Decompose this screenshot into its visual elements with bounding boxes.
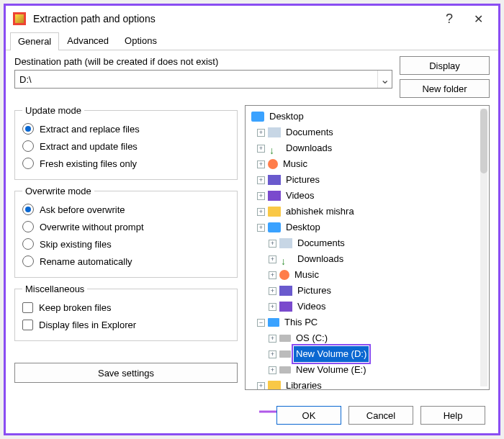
tree-item[interactable]: Downloads xyxy=(295,251,346,267)
tree-item[interactable]: Pictures xyxy=(284,172,322,188)
radio-extract-update[interactable] xyxy=(22,140,34,152)
save-settings-button[interactable]: Save settings xyxy=(14,363,238,383)
downloads-icon xyxy=(268,143,281,153)
videos-icon xyxy=(268,191,281,201)
tree-item[interactable]: Music xyxy=(281,156,310,172)
cancel-button[interactable]: Cancel xyxy=(348,406,413,425)
tree-item[interactable]: Pictures xyxy=(295,283,333,299)
libraries-icon xyxy=(268,381,281,389)
new-folder-button[interactable]: New folder xyxy=(400,79,490,98)
drive-icon xyxy=(279,366,291,374)
destination-combo[interactable]: ⌄ xyxy=(14,70,392,89)
downloads-icon xyxy=(279,254,292,264)
radio-fresh-only-label: Fresh existing files only xyxy=(40,158,137,169)
radio-fresh-only[interactable] xyxy=(22,158,34,169)
music-icon xyxy=(268,159,278,169)
expand-icon[interactable]: + xyxy=(269,350,276,358)
radio-extract-replace-label: Extract and replace files xyxy=(40,124,140,135)
radio-overwrite-noprompt-label: Overwrite without prompt xyxy=(40,222,144,232)
tree-item[interactable]: OS (C:) xyxy=(294,330,330,346)
folder-icon xyxy=(268,207,281,217)
help-button[interactable]: Help xyxy=(420,406,485,425)
overwrite-mode-legend: Overwrite mode xyxy=(22,186,94,196)
expand-icon[interactable]: + xyxy=(257,160,265,168)
expand-icon[interactable]: + xyxy=(269,255,276,263)
expand-icon[interactable]: + xyxy=(269,335,276,343)
display-button[interactable]: Display xyxy=(400,56,490,75)
expand-icon[interactable]: + xyxy=(257,129,265,137)
expand-icon[interactable]: + xyxy=(269,271,276,279)
destination-input[interactable] xyxy=(15,71,377,88)
documents-icon xyxy=(279,238,292,248)
misc-legend: Miscellaneous xyxy=(22,284,87,294)
tree-item[interactable]: abhishek mishra xyxy=(284,204,356,220)
tree-item[interactable]: Videos xyxy=(295,299,328,314)
desktop-icon xyxy=(268,222,281,232)
tree-item[interactable]: Documents xyxy=(295,235,347,251)
expand-icon[interactable]: + xyxy=(269,303,276,311)
update-mode-legend: Update mode xyxy=(22,105,84,116)
drive-icon xyxy=(279,350,291,358)
tree-item[interactable]: Desktop xyxy=(267,109,306,125)
app-icon xyxy=(13,12,26,25)
expand-icon[interactable]: + xyxy=(257,176,265,184)
drive-icon xyxy=(279,335,291,342)
radio-ask-overwrite[interactable] xyxy=(22,204,34,215)
tab-advanced[interactable]: Advanced xyxy=(59,32,117,50)
expand-icon[interactable]: + xyxy=(257,224,265,232)
tree-item[interactable]: Libraries xyxy=(284,378,324,389)
destination-label: Destination path (will be created if doe… xyxy=(14,56,392,67)
music-icon xyxy=(279,270,289,280)
tree-item[interactable]: Downloads xyxy=(284,140,334,156)
dialog-title: Extraction path and options xyxy=(33,13,435,24)
tree-item[interactable]: Documents xyxy=(284,125,336,140)
expand-icon[interactable]: + xyxy=(269,287,276,295)
tab-general[interactable]: General xyxy=(10,32,59,50)
radio-rename-auto-label: Rename automatically xyxy=(40,256,132,267)
videos-icon xyxy=(279,302,292,312)
radio-ask-overwrite-label: Ask before overwrite xyxy=(40,204,125,215)
expand-icon[interactable]: + xyxy=(269,240,276,248)
tab-options[interactable]: Options xyxy=(117,32,165,50)
chevron-down-icon[interactable]: ⌄ xyxy=(377,71,392,88)
tree-item[interactable]: Music xyxy=(292,267,321,283)
check-display-explorer-label: Display files in Explorer xyxy=(39,320,136,330)
expand-icon[interactable]: + xyxy=(257,145,265,153)
expand-icon[interactable]: + xyxy=(257,382,265,390)
radio-overwrite-noprompt[interactable] xyxy=(22,221,34,232)
tree-item[interactable]: This PC xyxy=(282,314,320,330)
radio-extract-replace[interactable] xyxy=(22,123,34,135)
folder-tree[interactable]: Desktop +Documents +Downloads +Music +Pi… xyxy=(245,105,490,390)
ok-button[interactable]: OK xyxy=(276,406,341,425)
scrollbar-thumb[interactable] xyxy=(480,109,487,173)
pictures-icon xyxy=(279,286,292,296)
documents-icon xyxy=(268,127,281,137)
pc-icon xyxy=(268,318,279,327)
help-icon[interactable]: ? xyxy=(435,12,464,27)
tree-item[interactable]: Desktop xyxy=(284,220,323,235)
pictures-icon xyxy=(268,175,281,185)
expand-icon[interactable]: + xyxy=(257,192,265,200)
tree-item[interactable]: New Volume (E:) xyxy=(294,362,369,378)
radio-skip-existing[interactable] xyxy=(22,238,34,250)
expand-icon[interactable]: + xyxy=(257,208,265,216)
tree-item-selected[interactable]: New Volume (D:) xyxy=(294,346,369,362)
check-keep-broken-label: Keep broken files xyxy=(39,302,111,313)
scrollbar[interactable] xyxy=(480,109,487,386)
desktop-icon xyxy=(251,112,264,122)
check-display-explorer[interactable] xyxy=(22,320,33,330)
collapse-icon[interactable]: − xyxy=(257,319,265,327)
expand-icon[interactable]: + xyxy=(269,366,276,374)
radio-extract-update-label: Extract and update files xyxy=(40,141,138,152)
close-icon[interactable]: ✕ xyxy=(464,12,492,26)
check-keep-broken[interactable] xyxy=(22,302,33,313)
tree-item[interactable]: Videos xyxy=(284,188,317,204)
radio-rename-auto[interactable] xyxy=(22,255,34,267)
radio-skip-existing-label: Skip existing files xyxy=(40,239,112,250)
